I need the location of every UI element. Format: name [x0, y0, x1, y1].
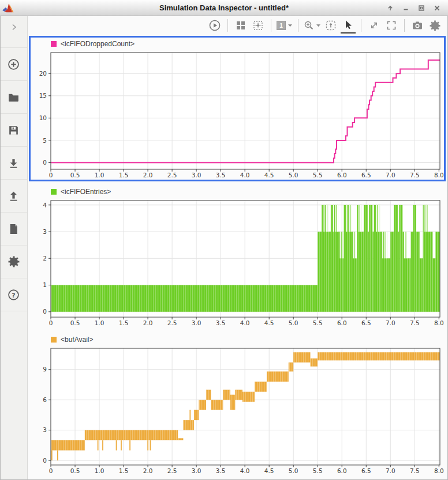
svg-text:3: 3	[43, 228, 47, 235]
legend-label: <icFIFODroppedCount>	[61, 40, 135, 48]
svg-text:4.5: 4.5	[264, 172, 274, 178]
expand-diagonal-icon[interactable]	[367, 17, 382, 34]
svg-text:3.0: 3.0	[192, 467, 201, 474]
svg-text:15: 15	[39, 92, 47, 99]
svg-text:6.0: 6.0	[337, 319, 347, 326]
svg-text:4.0: 4.0	[240, 172, 250, 178]
snapshot-camera-icon[interactable]	[410, 17, 425, 34]
svg-text:6.5: 6.5	[361, 319, 371, 326]
svg-text:6: 6	[43, 396, 47, 403]
svg-text:3.5: 3.5	[216, 319, 226, 326]
chevron-down-icon	[288, 24, 293, 27]
svg-text:7.5: 7.5	[410, 467, 420, 474]
svg-text:9: 9	[43, 366, 47, 373]
svg-text:0: 0	[49, 319, 53, 326]
import-icon[interactable]	[0, 146, 27, 179]
toolbar-separator	[298, 19, 298, 32]
legend: <bufAvail>	[31, 333, 444, 346]
export-icon[interactable]	[0, 179, 27, 212]
subplot-icfifodroppedcount[interactable]: <icFIFODroppedCount> 00.51.01.52.02.53.0…	[29, 36, 446, 181]
legend-swatch	[51, 189, 57, 195]
legend-swatch	[51, 41, 57, 47]
plot-canvas-droppedcount[interactable]: 00.51.01.52.02.53.03.54.04.55.05.56.06.5…	[31, 50, 444, 180]
zoom-icon[interactable]	[304, 17, 321, 34]
legend-label: <icFIFOEntries>	[61, 188, 111, 196]
svg-text:0: 0	[43, 457, 47, 464]
svg-text:8.0: 8.0	[434, 467, 444, 474]
svg-text:3.0: 3.0	[192, 319, 201, 326]
fit-to-view-icon[interactable]	[323, 17, 338, 34]
svg-text:0.5: 0.5	[70, 467, 80, 474]
svg-text:0.5: 0.5	[70, 319, 80, 326]
plot-canvas-bufavail[interactable]: 00.51.01.52.02.53.03.54.04.55.05.56.06.5…	[31, 346, 444, 475]
save-icon[interactable]	[0, 113, 27, 146]
svg-text:1: 1	[43, 281, 47, 288]
svg-text:2.0: 2.0	[143, 467, 153, 474]
svg-text:2: 2	[43, 255, 47, 262]
svg-text:2.0: 2.0	[143, 319, 153, 326]
svg-text:20: 20	[39, 70, 47, 77]
svg-text:5.0: 5.0	[289, 172, 298, 178]
plot-area: <icFIFODroppedCount> 00.51.01.52.02.53.0…	[28, 35, 448, 479]
svg-text:3: 3	[43, 426, 47, 433]
subplot-bufavail[interactable]: <bufAvail> 00.51.01.52.02.53.03.54.04.55…	[29, 332, 446, 477]
svg-text:1.0: 1.0	[95, 467, 104, 474]
svg-text:7.0: 7.0	[386, 467, 395, 474]
svg-text:5.5: 5.5	[313, 319, 323, 326]
pointer-icon[interactable]	[341, 17, 356, 34]
titlebar: Simulation Data Inspector - untitled*	[0, 0, 448, 16]
close-icon[interactable]	[433, 4, 441, 12]
svg-text:0: 0	[49, 467, 53, 474]
add-icon[interactable]	[0, 47, 27, 80]
svg-text:0.5: 0.5	[70, 172, 80, 178]
help-icon[interactable]: ?	[0, 278, 27, 311]
plot-toolbar: 1	[28, 16, 448, 35]
svg-text:7.5: 7.5	[410, 172, 420, 178]
left-sidebar: ?	[0, 16, 28, 479]
svg-text:5: 5	[43, 137, 47, 144]
view-count-button[interactable]: 1	[277, 17, 293, 34]
fullscreen-icon[interactable]	[384, 17, 399, 34]
svg-text:?: ?	[12, 291, 15, 299]
matlab-logo-icon	[2, 2, 14, 14]
svg-text:2.5: 2.5	[167, 172, 177, 178]
svg-text:0: 0	[43, 308, 47, 315]
svg-text:0: 0	[43, 159, 47, 166]
legend-swatch	[51, 337, 57, 343]
minimize-button[interactable]	[402, 4, 410, 12]
svg-text:6.5: 6.5	[361, 172, 371, 178]
preferences-gear-icon[interactable]	[0, 245, 27, 278]
plot-canvas-entries[interactable]: 00.51.01.52.02.53.03.54.04.55.05.56.06.5…	[31, 198, 444, 328]
run-icon[interactable]	[207, 17, 222, 34]
report-document-icon[interactable]	[0, 212, 27, 245]
layout-grid-icon[interactable]	[233, 17, 248, 34]
svg-text:6.0: 6.0	[337, 467, 347, 474]
svg-text:1.5: 1.5	[119, 467, 129, 474]
subplot-icfifoentries[interactable]: <icFIFOEntries> 00.51.01.52.02.53.03.54.…	[29, 184, 446, 329]
svg-text:3.5: 3.5	[216, 172, 226, 178]
svg-text:2.5: 2.5	[167, 467, 177, 474]
svg-text:5.0: 5.0	[289, 467, 298, 474]
window-title: Simulation Data Inspector - untitled*	[0, 3, 448, 12]
svg-text:5.5: 5.5	[313, 467, 323, 474]
svg-text:7.5: 7.5	[410, 319, 420, 326]
legend: <icFIFOEntries>	[31, 185, 444, 198]
svg-text:6.0: 6.0	[337, 172, 347, 178]
svg-text:2.5: 2.5	[167, 319, 177, 326]
open-folder-icon[interactable]	[0, 80, 27, 113]
svg-text:7.0: 7.0	[386, 172, 395, 178]
app-window: { "window": { "title": "Simulation Data …	[0, 0, 448, 480]
svg-text:0: 0	[49, 172, 53, 178]
maximize-button[interactable]	[417, 4, 425, 12]
svg-text:1.0: 1.0	[95, 319, 104, 326]
svg-text:5.0: 5.0	[289, 319, 298, 326]
svg-text:10: 10	[39, 114, 47, 121]
svg-text:2.0: 2.0	[143, 172, 153, 178]
expand-panel-button[interactable]	[0, 18, 27, 36]
subplot-layout-icon[interactable]	[251, 17, 266, 34]
svg-text:8.0: 8.0	[434, 319, 444, 326]
svg-text:1.0: 1.0	[95, 172, 104, 178]
shade-button[interactable]	[386, 4, 394, 12]
svg-text:5.5: 5.5	[313, 172, 323, 178]
settings-gear-icon[interactable]	[427, 17, 442, 34]
